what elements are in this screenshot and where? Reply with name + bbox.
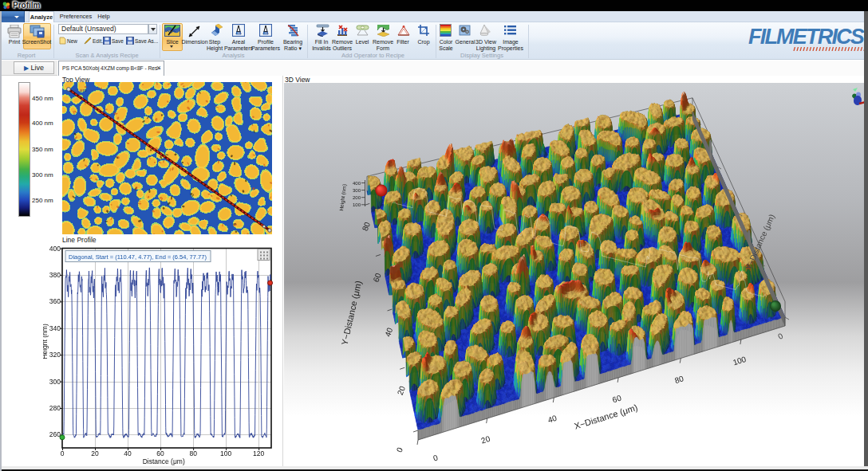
svg-text:3D: 3D [237, 32, 241, 35]
svg-text:2D: 2D [264, 32, 268, 35]
